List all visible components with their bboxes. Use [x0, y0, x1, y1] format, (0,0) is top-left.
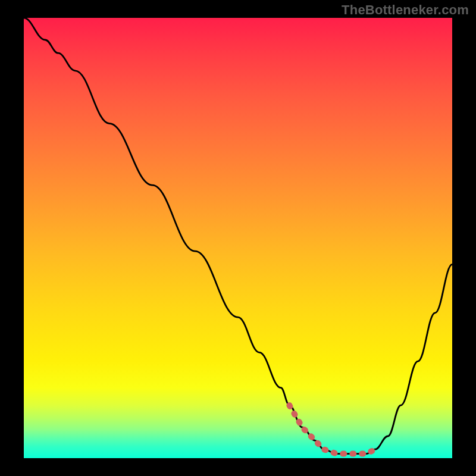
chart-svg	[24, 18, 452, 458]
watermark-text: TheBottleneker.com	[342, 2, 469, 18]
bottleneck-curve-line	[24, 18, 452, 454]
plot-area	[24, 18, 452, 458]
optimal-range-markers	[289, 405, 375, 453]
chart-frame: TheBottleneker.com	[0, 0, 476, 476]
